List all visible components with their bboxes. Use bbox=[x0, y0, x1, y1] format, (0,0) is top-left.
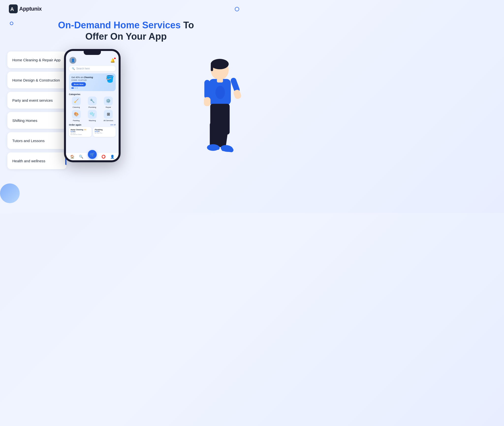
plumbing-icon: 🔧 bbox=[88, 97, 97, 105]
service-item-1[interactable]: Home Cleaning & Repair App bbox=[7, 51, 66, 68]
svg-rect-4 bbox=[211, 64, 213, 71]
repair-icon: ⚙️ bbox=[104, 97, 113, 105]
decorative-circle-left bbox=[10, 22, 13, 25]
phone-outer: 👤 🔔 🔍 Search here Get 40% on Cleaning bbox=[64, 49, 121, 162]
promo-banner: Get 40% on Cleaning CODE: CLNT129 Book N… bbox=[69, 73, 116, 91]
nav-profile-icon[interactable]: 👤 bbox=[110, 155, 114, 159]
book-now-button[interactable]: Book Now bbox=[71, 82, 86, 86]
service-list: Home Cleaning & Repair App Home Design &… bbox=[7, 49, 66, 169]
title-highlight: On-Demand Home Services bbox=[58, 20, 181, 30]
title-line2: Offer On Your App bbox=[0, 31, 252, 42]
service-item-4[interactable]: Shifting Homes bbox=[7, 112, 66, 129]
painting-icon: 🎨 bbox=[72, 110, 81, 119]
bell-dot bbox=[114, 58, 116, 59]
cleaning-icon: 🧹 bbox=[72, 97, 81, 105]
category-repair[interactable]: ⚙️ Repair bbox=[101, 97, 116, 108]
phone-search-bar[interactable]: 🔍 Search here bbox=[69, 66, 116, 71]
banner-dots bbox=[71, 87, 113, 89]
order-card-1-rating: 4.4 bbox=[84, 129, 86, 131]
svg-rect-10 bbox=[233, 89, 242, 100]
order-card-2-title: Plumbing bbox=[95, 129, 114, 131]
decorative-circle-bottom-left bbox=[0, 183, 20, 203]
service-item-5[interactable]: Tutors and Lessons bbox=[7, 132, 66, 149]
order-card-1-price: $ 24/h bbox=[71, 131, 90, 132]
header: A Apptunix bbox=[0, 0, 252, 18]
svg-point-11 bbox=[216, 86, 225, 99]
dot-1 bbox=[71, 87, 74, 89]
category-washing[interactable]: 🫧 Washing bbox=[85, 110, 99, 122]
phone-notch bbox=[84, 51, 101, 55]
avatar: 👤 bbox=[69, 57, 76, 64]
logo: A Apptunix bbox=[9, 4, 42, 13]
nav-search-icon[interactable]: 🔍 bbox=[79, 155, 83, 159]
all-services-icon: ⊞ bbox=[104, 110, 113, 119]
nav-center-button[interactable]: 🛒 bbox=[88, 150, 97, 159]
search-placeholder: Search here bbox=[76, 67, 90, 70]
phone-screen: 👤 🔔 🔍 Search here Get 40% on Cleaning bbox=[66, 51, 119, 160]
search-icon: 🔍 bbox=[72, 67, 75, 70]
order-card-2[interactable]: Plumbing $ 21/h by San Plu... bbox=[93, 127, 116, 137]
bell-icon: 🔔 bbox=[110, 58, 115, 63]
order-cards: Home Cleaning 4.4 $ 24/h off 30% by Even… bbox=[66, 127, 119, 139]
service-item-3[interactable]: Party and event services bbox=[7, 92, 66, 109]
person-svg bbox=[178, 53, 247, 172]
nav-home-icon[interactable]: 🏠 bbox=[70, 155, 74, 159]
phone-bottom-nav: 🏠 🔍 🛒 ⭕ 👤 bbox=[66, 153, 119, 160]
order-again-title: Order again bbox=[69, 124, 81, 126]
dot-3 bbox=[77, 87, 78, 89]
order-card-1-by: by Evenox Clean bbox=[71, 134, 90, 135]
order-card-2-price: $ 21/h bbox=[95, 131, 114, 132]
order-card-2-by: by San Plu... bbox=[95, 132, 114, 134]
svg-text:A: A bbox=[10, 6, 14, 12]
title-section: On-Demand Home Services To Offer On Your… bbox=[0, 20, 252, 42]
category-cleaning[interactable]: 🧹 Cleaning bbox=[69, 97, 83, 108]
nav-circle-icon[interactable]: ⭕ bbox=[101, 155, 106, 159]
svg-rect-16 bbox=[207, 146, 220, 150]
phone-mockup: 👤 🔔 🔍 Search here Get 40% on Cleaning bbox=[64, 49, 121, 162]
service-item-2[interactable]: Home Design & Construction bbox=[7, 72, 66, 88]
svg-rect-6 bbox=[217, 78, 223, 82]
category-all-services[interactable]: ⊞ All Services bbox=[101, 110, 116, 122]
logo-icon: A bbox=[9, 4, 18, 13]
svg-rect-7 bbox=[204, 80, 210, 99]
person-illustration bbox=[178, 53, 247, 172]
order-card-1-title: Home Cleaning 4.4 bbox=[71, 129, 90, 131]
svg-point-3 bbox=[211, 59, 229, 69]
service-item-6[interactable]: Health and wellness bbox=[7, 152, 66, 169]
category-plumbing[interactable]: 🔧 Plumbing bbox=[85, 97, 99, 108]
categories-label: Categories bbox=[66, 93, 119, 97]
title-line1: On-Demand Home Services To bbox=[0, 20, 252, 31]
decorative-circle-top-right bbox=[235, 7, 239, 11]
categories-grid: 🧹 Cleaning 🔧 Plumbing ⚙️ Repair 🎨 Painti… bbox=[66, 97, 119, 124]
logo-text: Apptunix bbox=[19, 6, 42, 12]
svg-rect-8 bbox=[204, 97, 210, 106]
category-painting[interactable]: 🎨 Painting bbox=[69, 110, 83, 122]
main-content: Home Cleaning & Repair App Home Design &… bbox=[0, 49, 252, 169]
washing-icon: 🫧 bbox=[88, 110, 97, 119]
order-again-header: Order again see all bbox=[66, 124, 119, 127]
banner-illustration: 🪣 bbox=[106, 75, 114, 83]
order-card-1[interactable]: Home Cleaning 4.4 $ 24/h off 30% by Even… bbox=[69, 127, 92, 137]
dot-2 bbox=[75, 87, 76, 89]
see-all-link[interactable]: see all bbox=[110, 124, 116, 126]
